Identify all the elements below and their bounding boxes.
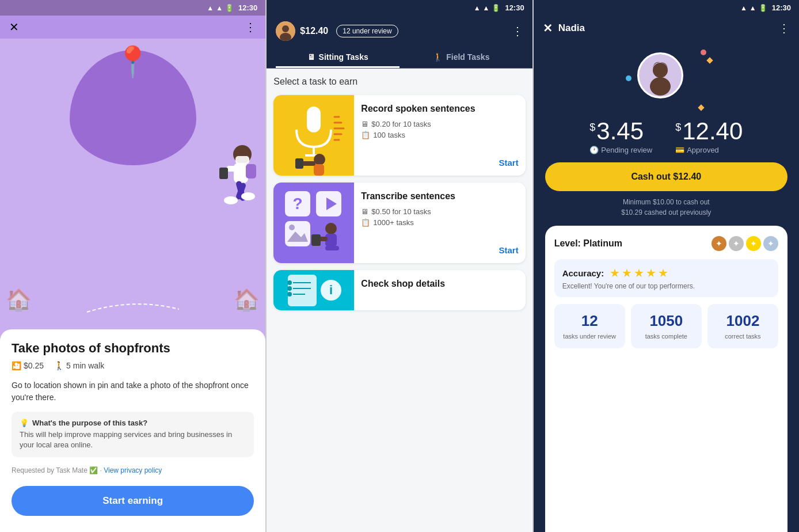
start-button-record[interactable]: Start [499, 158, 518, 168]
svg-point-7 [224, 196, 238, 204]
phone-3: ▲ ▲ 🔋 12:30 ✕ Nadia ⋮ [534, 0, 799, 532]
task-card-transcribe: ? Transcribe sentences [273, 183, 525, 263]
task-image-shop: i [273, 270, 354, 310]
field-icon: 🚶 [433, 52, 443, 62]
approved-label: 💳 Approved [675, 146, 719, 154]
phone3-header: ✕ Nadia ⋮ [534, 16, 799, 41]
user-name: Nadia [558, 22, 585, 34]
accuracy-note: Excellent! You're one of our top perform… [562, 282, 770, 290]
house-left-icon: 🏠 [6, 288, 32, 312]
pending-label: 🕐 Pending review [589, 146, 652, 154]
review-badge: 12 under review [336, 25, 398, 37]
tab-sitting-tasks[interactable]: 🖥 Sitting Tasks [276, 47, 400, 68]
task-title-transcribe: Transcribe sentences [361, 191, 518, 202]
task-info-shop: Check shop details [354, 270, 525, 310]
tab-field-tasks[interactable]: 🚶 Field Tasks [400, 47, 523, 68]
purpose-text: This will help improve mapping services … [20, 430, 246, 450]
task-title-record: Record spoken sentences [361, 103, 518, 114]
svg-point-31 [325, 223, 337, 234]
more-icon-2[interactable]: ⋮ [512, 24, 523, 38]
phone2-tabs: 🖥 Sitting Tasks 🚶 Field Tasks [267, 41, 532, 68]
cashout-button[interactable]: Cash out $12.40 [545, 162, 787, 191]
phone1-top-bar: ✕ ⋮ [0, 16, 265, 39]
requested-by: Requested by Task Mate ✅ · View privacy … [12, 466, 254, 474]
avatar-2 [276, 21, 295, 41]
svg-rect-22 [314, 164, 324, 176]
stat-tasks-complete: 1050 tasks complete [631, 304, 702, 348]
close-icon-3[interactable]: ✕ [543, 21, 553, 35]
phone3-header-left: ✕ Nadia [543, 21, 585, 35]
running-figure [202, 134, 265, 223]
stat-label-review: tasks under review [563, 332, 616, 340]
stat-value-correct: 1002 [726, 312, 760, 330]
lightbulb-icon: 💡 [20, 419, 29, 427]
stat-tasks-review: 12 tasks under review [554, 304, 625, 348]
medal-platinum: ✦ [763, 236, 778, 251]
battery-icon-2: 🔋 [492, 4, 500, 12]
signal-icon-1: ▲ [216, 4, 223, 12]
privacy-link[interactable]: View privacy policy [104, 466, 162, 474]
approved-dollar: $ [675, 121, 681, 134]
svg-rect-1 [235, 156, 249, 164]
approved-earning: $ 12.40 💳 Approved [675, 119, 743, 154]
earnings-section: $ 3.45 🕐 Pending review $ 12.40 💳 Approv… [545, 119, 787, 154]
phone1-hero: 📍 🏠 [0, 39, 265, 329]
medal-bronze: ✦ [712, 236, 726, 251]
star-2: ★ [622, 266, 632, 280]
purpose-box: 💡 What's the purpose of this task? This … [12, 412, 254, 457]
level-text: Level: Platinum [554, 238, 622, 249]
accuracy-label: Accuracy: [562, 268, 604, 278]
start-earning-button[interactable]: Start earning [12, 486, 254, 516]
house-right-icon: 🏠 [234, 288, 260, 312]
star-4: ★ [646, 266, 656, 280]
task-info-record: Record spoken sentences 🖥 $0.20 for 10 t… [354, 95, 525, 176]
deco-triangle-yellow [698, 104, 705, 111]
task-meta: 🎦 $0.25 🚶 5 min walk [12, 361, 254, 370]
more-icon[interactable]: ⋮ [245, 20, 256, 34]
signal-icon-2: ▲ [483, 4, 490, 12]
accuracy-row: Accuracy: ★ ★ ★ ★ ★ [562, 266, 770, 280]
phone1-content: Take photos of shopfronts 🎦 $0.25 🚶 5 mi… [0, 329, 265, 532]
task-image-transcribe: ? [273, 183, 354, 263]
purpose-title: 💡 What's the purpose of this task? [20, 419, 246, 427]
status-bar-2: ▲ ▲ 🔋 12:30 [267, 0, 532, 16]
svg-rect-24 [295, 158, 303, 169]
star-1: ★ [610, 266, 620, 280]
medal-gold: ✦ [746, 236, 761, 251]
stat-label-correct: correct tasks [725, 332, 760, 340]
svg-point-47 [650, 77, 671, 96]
phone2-body: Select a task to earn [267, 69, 532, 532]
task-count-transcribe: 📋 1000+ tasks [361, 218, 518, 227]
stat-value-complete: 1050 [649, 312, 683, 330]
stars-row: ★ ★ ★ ★ ★ [610, 266, 668, 280]
start-button-transcribe[interactable]: Start [499, 245, 518, 255]
svg-point-46 [653, 63, 668, 78]
wallet-amount: $12.40 [300, 26, 328, 36]
star-5: ★ [658, 266, 668, 280]
time-2: 12:30 [505, 3, 524, 12]
status-bar-3: ▲ ▲ 🔋 12:30 [534, 0, 799, 16]
accuracy-box: Accuracy: ★ ★ ★ ★ ★ Excellent! You're on… [554, 259, 778, 297]
close-icon[interactable]: ✕ [9, 20, 19, 34]
price-icon-1: 🖥 [361, 120, 368, 128]
phone-1: ▲ ▲ 🔋 12:30 ✕ ⋮ 📍 [0, 0, 267, 532]
task-card-record: Record spoken sentences 🖥 $0.20 for 10 t… [273, 95, 525, 176]
task-image-record [273, 95, 354, 176]
location-pin-icon: 📍 [114, 44, 151, 79]
task-title: Take photos of shopfronts [12, 341, 254, 356]
phone-2: ▲ ▲ 🔋 12:30 $12.40 12 under review ⋮ 🖥 S… [267, 0, 533, 532]
camera-icon: 🎦 [12, 361, 21, 370]
profile-stats-card: Level: Platinum ✦ ✦ ✦ ✦ Accuracy: ★ ★ ★ … [545, 226, 787, 532]
status-bar-1: ▲ ▲ 🔋 12:30 [0, 0, 265, 16]
time-3: 12:30 [772, 3, 791, 12]
battery-icon-1: 🔋 [225, 4, 234, 12]
svg-rect-35 [325, 246, 339, 250]
task-price-transcribe: 🖥 $0.50 for 10 tasks [361, 207, 518, 216]
phone2-header: $12.40 12 under review ⋮ [267, 16, 532, 41]
task-title-shop: Check shop details [361, 278, 518, 289]
user-info: $12.40 12 under review [276, 21, 398, 41]
clock-icon: 🕐 [589, 146, 599, 154]
wifi-icon-1: ▲ [207, 4, 214, 12]
more-icon-3[interactable]: ⋮ [778, 21, 790, 35]
verified-icon: ✅ · [89, 466, 104, 474]
